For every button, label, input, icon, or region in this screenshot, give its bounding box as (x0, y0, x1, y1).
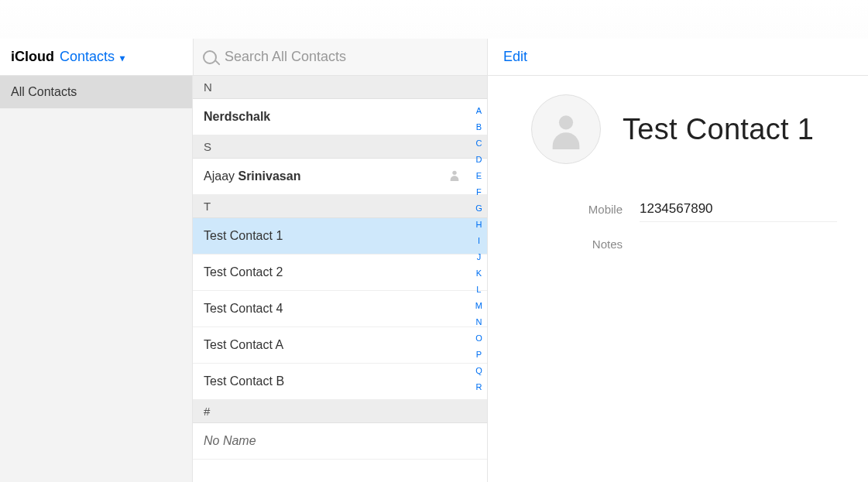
contacts-list[interactable]: NNerdschalkSAjaay SrinivasanTTest Contac… (193, 76, 487, 482)
detail-header: Test Contact 1 (488, 94, 868, 189)
alpha-index-letter[interactable]: M (475, 302, 482, 310)
contact-name: Test Contact 1 (623, 113, 814, 146)
person-icon (546, 109, 586, 149)
topbar: iCloud Contacts ▾ Edit (0, 39, 868, 76)
alpha-index-letter[interactable]: C (475, 139, 482, 148)
alpha-index-letter[interactable]: J (477, 253, 482, 262)
brand-label: iCloud (11, 49, 54, 64)
alpha-index-letter[interactable]: A (476, 107, 482, 115)
list-section-header: S (193, 135, 487, 159)
contact-row[interactable]: Test Contact 4 (193, 291, 487, 327)
sidebar-item[interactable]: All Contacts (0, 76, 192, 108)
alpha-index-letter[interactable]: L (476, 285, 481, 294)
alpha-index-letter[interactable]: N (475, 318, 482, 326)
alpha-index-letter[interactable]: B (476, 123, 482, 132)
contact-row[interactable]: Test Contact A (193, 327, 487, 364)
svg-point-1 (559, 115, 573, 129)
window-chrome-spacer (0, 0, 868, 39)
alpha-index-letter[interactable]: Q (475, 367, 482, 375)
contact-row[interactable]: Test Contact B (193, 364, 487, 400)
alpha-index-letter[interactable]: O (475, 334, 482, 343)
alpha-index-letter[interactable]: D (475, 156, 482, 164)
contact-row[interactable]: Ajaay Srinivasan (193, 159, 487, 195)
topbar-right: Edit (488, 39, 868, 75)
contact-row[interactable]: Test Contact 1 (193, 218, 487, 255)
search-bar[interactable] (193, 39, 488, 75)
svg-point-0 (452, 171, 456, 175)
contacts-app: iCloud Contacts ▾ Edit All Contacts NNer… (0, 0, 868, 482)
contact-row[interactable]: Nerdschalk (193, 99, 487, 135)
alpha-index-letter[interactable]: F (476, 188, 482, 197)
alpha-index[interactable]: ABCDEFGHIJKLMNOPQR (475, 107, 482, 391)
app-switcher[interactable]: iCloud Contacts ▾ (11, 49, 125, 65)
alpha-index-letter[interactable]: R (475, 383, 482, 391)
person-icon (448, 169, 461, 184)
field-label: Notes (531, 238, 640, 251)
list-section-header: # (193, 400, 487, 423)
avatar[interactable] (531, 94, 601, 164)
topbar-left: iCloud Contacts ▾ (0, 39, 193, 75)
service-label: Contacts (60, 49, 115, 64)
detail-field: Mobile1234567890 (531, 189, 868, 230)
list-section-header: T (193, 195, 487, 218)
alpha-index-letter[interactable]: K (476, 269, 482, 278)
main: All Contacts NNerdschalkSAjaay Srinivasa… (0, 76, 868, 482)
contact-detail: Test Contact 1 Mobile1234567890Notes (488, 76, 868, 482)
alpha-index-letter[interactable]: H (475, 220, 482, 229)
field-value[interactable] (640, 240, 837, 249)
detail-field: Notes (531, 230, 868, 258)
alpha-index-letter[interactable]: G (475, 204, 482, 213)
field-label: Mobile (531, 203, 640, 216)
field-value[interactable]: 1234567890 (640, 197, 837, 222)
search-input[interactable] (223, 48, 478, 66)
alpha-index-letter[interactable]: E (476, 172, 482, 180)
list-section-header: N (193, 76, 487, 99)
chevron-down-icon: ▾ (120, 53, 125, 63)
alpha-index-letter[interactable]: I (478, 237, 480, 245)
contact-row[interactable]: Test Contact 2 (193, 255, 487, 291)
detail-fields: Mobile1234567890Notes (488, 189, 868, 258)
contacts-list-column: NNerdschalkSAjaay SrinivasanTTest Contac… (193, 76, 488, 482)
alpha-index-letter[interactable]: P (476, 350, 482, 359)
edit-button[interactable]: Edit (499, 48, 532, 66)
search-icon (203, 50, 217, 64)
contact-row[interactable]: No Name (193, 423, 487, 460)
groups-sidebar: All Contacts (0, 76, 193, 482)
